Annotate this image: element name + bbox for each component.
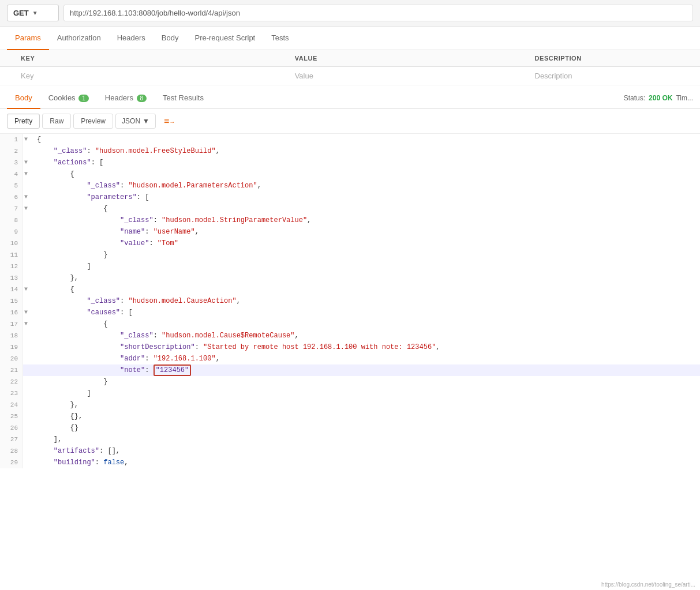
line-toggle-16[interactable]: ▼ [23,307,32,318]
line-content-27: ], [32,434,66,445]
code-viewer: 1▼{2 "_class": "hudson.model.FreeStyleBu… [0,134,700,468]
line-number-17: 17 [0,318,23,330]
json-key: "_class" [120,332,154,340]
line-content-4: { [32,168,79,180]
line-number-28: 28 [0,445,23,457]
line-number-26: 26 [0,422,23,434]
chevron-down-icon: ▼ [32,10,38,16]
json-key: "value" [120,239,149,247]
response-tab-cookies[interactable]: Cookies 1 [40,88,97,109]
url-input[interactable] [63,5,693,21]
line-number-16: 16 [0,307,23,318]
response-tabs-row: Body Cookies 1 Headers 8 Test Results St… [0,88,700,109]
line-number-15: 15 [0,295,23,307]
line-number-20: 20 [0,353,23,364]
params-table: KEY VALUE DESCRIPTION Key Value Descript… [0,50,700,85]
code-line-14: 14▼ { [0,284,700,295]
line-toggle-7[interactable]: ▼ [23,203,32,215]
highlighted-value: "123456" [154,364,192,376]
format-select[interactable]: JSON ▼ [115,114,156,129]
code-line-10: 10 "value": "Tom" [0,238,700,249]
line-toggle-3[interactable]: ▼ [23,157,32,168]
line-content-8: "_class": "hudson.model.StringParameterV… [32,215,316,226]
line-toggle-1[interactable]: ▼ [23,134,32,145]
code-line-16: 16▼ "causes": [ [0,307,700,318]
json-string: "hudson.model.StringParameterValue" [162,216,307,224]
line-number-10: 10 [0,238,23,249]
response-tab-headers[interactable]: Headers 8 [97,88,155,109]
line-number-5: 5 [0,180,23,191]
line-toggle-4[interactable]: ▼ [23,168,32,180]
status-code: 200 OK [649,94,672,102]
line-toggle-6[interactable]: ▼ [23,191,32,203]
status-info: Status: 200 OK Tim... [624,94,693,102]
tab-pre-request-script[interactable]: Pre-request Script [186,27,263,50]
tab-tests[interactable]: Tests [263,27,297,50]
line-number-3: 3 [0,157,23,168]
time-label: Tim... [676,94,693,102]
value-placeholder[interactable]: Value [288,67,528,85]
json-key: "building" [54,459,95,467]
status-label: Status: [624,94,645,102]
line-content-9: "name": "userName", [32,226,204,238]
code-line-3: 3▼ "actions": [ [0,157,700,168]
code-line-28: 28 "artifacts": [], [0,445,700,457]
json-key: "name" [120,228,145,236]
json-string: "Tom" [158,239,178,247]
line-content-10: "value": "Tom" [32,238,183,249]
code-line-13: 13 }, [0,272,700,284]
code-line-9: 9 "name": "userName", [0,226,700,238]
response-tab-body[interactable]: Body [7,88,40,109]
format-chevron-icon: ▼ [143,117,149,125]
desc-placeholder[interactable]: Description [528,67,701,85]
line-content-1: { [32,134,46,145]
code-line-12: 12 ] [0,261,700,272]
line-content-2: "_class": "hudson.model.FreeStyleBuild", [32,145,224,157]
line-content-22: } [32,376,112,388]
json-key: "addr" [120,355,145,363]
response-tab-test-results[interactable]: Test Results [155,88,212,109]
line-content-26: {} [32,422,83,434]
code-line-17: 17▼ { [0,318,700,330]
tab-headers[interactable]: Headers [109,27,154,50]
tab-body[interactable]: Body [154,27,187,50]
line-number-27: 27 [0,434,23,445]
tab-params[interactable]: Params [7,27,49,50]
line-number-4: 4 [0,168,23,180]
code-line-27: 27 ], [0,434,700,445]
code-line-21: 21 "note": "123456" [0,364,700,376]
json-string: "Started by remote host 192.168.1.100 wi… [203,343,436,351]
line-number-8: 8 [0,215,23,226]
line-content-11: } [32,249,112,261]
line-toggle-17[interactable]: ▼ [23,318,32,330]
code-line-24: 24 }, [0,399,700,411]
json-key: "actions" [54,159,91,167]
line-content-5: "_class": "hudson.model.ParametersAction… [32,180,266,191]
cookies-badge: 1 [78,95,89,102]
code-line-1: 1▼{ [0,134,700,145]
key-placeholder[interactable]: Key [14,67,288,85]
line-content-21: "note": "123456" [32,364,196,376]
tab-authorization[interactable]: Authorization [49,27,109,50]
line-content-17: { [32,318,112,330]
headers-badge: 8 [137,95,147,102]
line-number-12: 12 [0,261,23,272]
line-content-15: "_class": "hudson.model.CauseAction", [32,295,245,307]
code-line-7: 7▼ { [0,203,700,215]
raw-button[interactable]: Raw [42,114,71,129]
method-select[interactable]: GET ▼ [7,5,59,21]
line-number-7: 7 [0,203,23,215]
code-line-8: 8 "_class": "hudson.model.StringParamete… [0,215,700,226]
json-key: "_class" [87,182,120,190]
code-line-4: 4▼ { [0,168,700,180]
wrap-button[interactable]: ≡→ [162,114,177,129]
line-content-29: "building": false, [32,457,133,468]
preview-button[interactable]: Preview [73,114,113,129]
pretty-button[interactable]: Pretty [7,114,40,129]
request-tabs: Params Authorization Headers Body Pre-re… [0,27,700,50]
code-line-11: 11 } [0,249,700,261]
line-toggle-14[interactable]: ▼ [23,284,32,295]
json-key: "note" [120,366,145,374]
code-line-29: 29 "building": false, [0,457,700,468]
code-line-18: 18 "_class": "hudson.model.Cause$RemoteC… [0,330,700,341]
